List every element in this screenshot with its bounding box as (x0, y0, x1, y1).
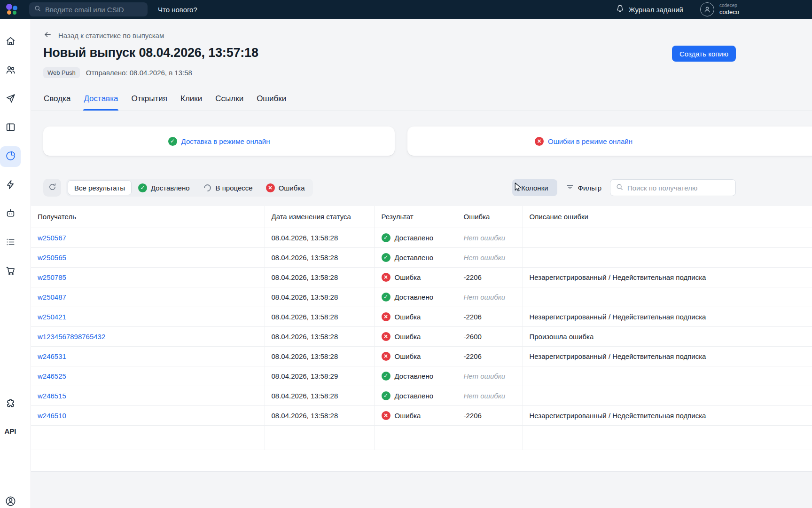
result-cell: ✓ Доставлено (375, 247, 457, 267)
tab-links[interactable]: Ссылки (215, 94, 244, 111)
sidebar-item-automation[interactable] (0, 175, 21, 196)
result-cell: ✓ Доставлено (375, 366, 457, 386)
recipient-link[interactable]: w246515 (38, 392, 66, 400)
delivery-table: ПолучательДата изменения статусаРезульта… (31, 206, 812, 472)
recipient-link[interactable]: w246510 (38, 412, 66, 420)
success-status-icon: ✓ (168, 137, 177, 146)
status-date-cell: 08.04.2026, 13:58:28 (265, 228, 375, 247)
page-title: Новый выпуск 08.04.2026, 13:57:18 (43, 46, 258, 60)
tab-clicks[interactable]: Клики (180, 94, 203, 111)
column-header: Получатель (31, 206, 265, 228)
sidebar: API (0, 19, 31, 508)
empty-row (31, 425, 812, 450)
task-journal-link[interactable]: Журнал заданий (616, 4, 683, 15)
tab-summary[interactable]: Сводка (43, 94, 71, 111)
user-login: codeco (719, 8, 739, 16)
recipient-cell: w246515 (31, 386, 265, 405)
recipient-link[interactable]: w246525 (38, 372, 66, 380)
filter-segment-in-progress[interactable]: В процессе (196, 180, 259, 195)
sidebar-item-api[interactable]: API (0, 427, 21, 435)
app-logo (5, 2, 21, 16)
search-icon (34, 5, 41, 14)
progress-status-icon (202, 183, 212, 192)
success-status-icon: ✓ (382, 293, 390, 302)
success-status-icon: ✓ (382, 233, 390, 242)
filter-segment-all[interactable]: Все результаты (68, 180, 132, 195)
topbar: Что нового? Журнал заданий codecep codec… (0, 0, 812, 19)
table-row: w246515 08.04.2026, 13:58:28 ✓ Доставлен… (31, 386, 812, 405)
arrow-left-icon (43, 30, 52, 40)
lightning-icon (5, 179, 16, 192)
error-status-icon: × (382, 332, 390, 341)
sidebar-item-statistics[interactable] (0, 146, 21, 167)
task-journal-label: Журнал заданий (629, 6, 683, 14)
error-status-icon: × (266, 183, 275, 192)
filter-segment-delivered[interactable]: ✓ Доставлено (132, 180, 196, 195)
filter-segment-error[interactable]: × Ошибка (259, 180, 312, 195)
result-cell: × Ошибка (375, 307, 457, 326)
back-link[interactable]: Назад к статистике по выпускам (43, 30, 164, 40)
columns-button-label: Колонки (521, 184, 548, 192)
error-status-icon: × (382, 312, 390, 321)
tab-delivery[interactable]: Доставка (83, 94, 118, 111)
user-menu[interactable]: codecep codeco (700, 2, 812, 16)
recipient-link[interactable]: w1234567898765432 (38, 333, 105, 341)
recipient-link[interactable]: w250567 (38, 234, 66, 242)
error-code-cell: Нет ошибки (457, 228, 523, 247)
error-description-cell: Незарегистрированный / Недействительная … (523, 346, 812, 366)
user-avatar-icon (700, 2, 714, 16)
table-row: w246510 08.04.2026, 13:58:28 × Ошибка -2… (31, 405, 812, 425)
table-row: w250565 08.04.2026, 13:58:28 ✓ Доставлен… (31, 247, 812, 267)
recipient-search-input[interactable] (627, 184, 730, 192)
table-row: w250785 08.04.2026, 13:58:28 × Ошибка -2… (31, 267, 812, 287)
error-description-cell: Незарегистрированный / Недействительная … (523, 405, 812, 425)
cart-icon (5, 265, 16, 278)
create-copy-button[interactable]: Создать копию (672, 46, 736, 62)
errors-online-link[interactable]: Ошибки в режиме онлайн (548, 137, 632, 145)
sidebar-item-home[interactable] (0, 32, 21, 52)
recipient-cell: w1234567898765432 (31, 326, 265, 346)
sidebar-item-apps[interactable] (0, 394, 21, 415)
error-status-icon: × (535, 137, 544, 146)
error-code-cell: -2206 (457, 405, 523, 425)
sidebar-item-lists[interactable] (0, 232, 21, 253)
sidebar-item-campaigns[interactable] (0, 89, 21, 110)
sidebar-item-store[interactable] (0, 261, 21, 282)
sidebar-item-contacts[interactable] (0, 60, 21, 81)
result-cell: × Ошибка (375, 405, 457, 425)
channel-badge: Web Push (43, 67, 80, 78)
table-row: w1234567898765432 08.04.2026, 13:58:28 ×… (31, 326, 812, 346)
global-search[interactable] (29, 2, 148, 16)
send-icon (5, 93, 16, 106)
recipient-search[interactable] (610, 179, 736, 196)
status-date-cell: 08.04.2026, 13:58:28 (265, 287, 375, 307)
refresh-button[interactable] (43, 179, 61, 197)
list-icon (5, 237, 16, 249)
sidebar-item-bot[interactable] (0, 204, 21, 224)
sidebar-item-templates[interactable] (0, 118, 21, 138)
filter-button[interactable]: Фильтр (566, 183, 601, 193)
tab-errors[interactable]: Ошибки (256, 94, 287, 111)
recipient-link[interactable]: w250421 (38, 313, 66, 321)
app-window: Что нового? Журнал заданий codecep codec… (0, 0, 812, 508)
table-row: w246531 08.04.2026, 13:58:28 × Ошибка -2… (31, 346, 812, 366)
recipient-link[interactable]: w250565 (38, 254, 66, 262)
status-date-cell: 08.04.2026, 13:58:29 (265, 366, 375, 386)
error-description-cell: Произошла ошибка (523, 326, 812, 346)
recipient-cell: w250567 (31, 228, 265, 247)
whats-new-link[interactable]: Что нового? (158, 6, 197, 14)
columns-button[interactable]: Колонки (512, 179, 557, 196)
global-search-input[interactable] (45, 6, 143, 14)
status-date-cell: 08.04.2026, 13:58:28 (265, 247, 375, 267)
error-code-cell: Нет ошибки (457, 247, 523, 267)
delivery-online-link[interactable]: Доставка в режиме онлайн (181, 137, 270, 145)
recipient-link[interactable]: w250785 (38, 273, 66, 281)
recipient-link[interactable]: w250487 (38, 293, 66, 301)
recipient-link[interactable]: w246531 (38, 352, 66, 360)
tab-opens[interactable]: Открытия (131, 94, 168, 111)
sidebar-item-profile[interactable] (0, 492, 21, 508)
error-status-icon: × (382, 352, 390, 361)
table-toolbar: Все результаты ✓ Доставлено В процессе ×… (43, 179, 736, 197)
bell-icon (616, 4, 625, 15)
stats-tabs: СводкаДоставкаОткрытияКликиСсылкиОшибки (43, 94, 736, 111)
